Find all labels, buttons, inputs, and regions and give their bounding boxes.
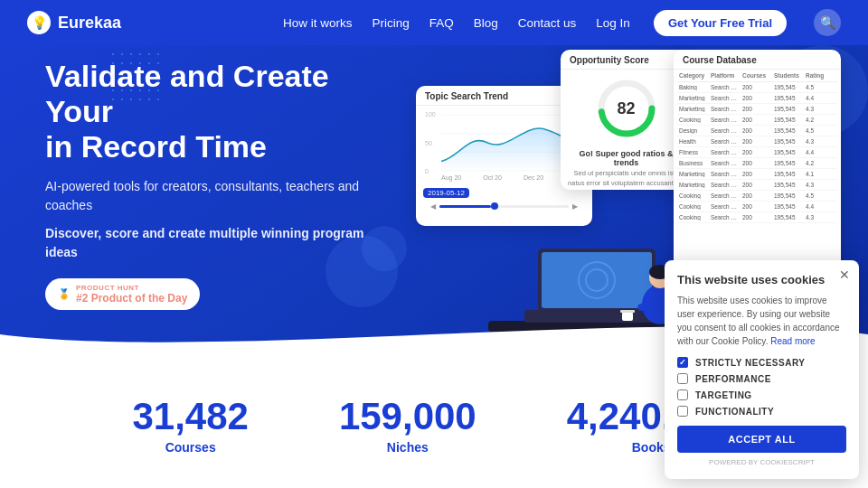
accept-all-button[interactable]: ACCEPT ALL — [677, 426, 846, 453]
logo[interactable]: 💡 Eurekaa — [27, 11, 121, 34]
logo-text: Eurekaa — [58, 14, 121, 33]
table-row: CookingSearch Blog200195,5454.5 — [677, 191, 837, 202]
search-icon[interactable]: 🔍 — [814, 9, 841, 36]
date-badge: 2019-05-12 — [423, 188, 469, 198]
db-card-title: Course Database — [674, 50, 841, 70]
nav-how-it-works[interactable]: How it works — [283, 16, 353, 30]
slider-label: ◀ — [430, 202, 436, 211]
table-row: DesignSearch Blog200195,5454.5 — [677, 126, 837, 136]
stat-niches-number: 159,000 — [339, 395, 476, 438]
table-row: MarketingSearch Blog200195,5454.3 — [677, 180, 837, 191]
cookie-option-necessary: STRICTLY NECESSARY — [677, 357, 846, 368]
cookie-option-necessary-label: STRICTLY NECESSARY — [695, 358, 805, 368]
table-row: BakingSearch Blog200195,5454.5 — [677, 82, 837, 93]
hero-headline: Validate and Create Your in Record Time — [45, 59, 389, 164]
table-header: Category Platform Courses Students Ratin… — [677, 70, 837, 82]
slider-fill — [439, 205, 491, 208]
stat-niches: 159,000 Niches — [339, 395, 476, 455]
powered-by-text: POWERED BY COOKIESCRIPT — [677, 458, 846, 466]
checkbox-necessary[interactable] — [677, 357, 688, 368]
donut-chart-area: 82 — [561, 70, 692, 144]
cookie-option-functionality-label: FUNCTIONALITY — [695, 407, 774, 417]
cookie-option-targeting-label: TARGETING — [695, 390, 752, 400]
hero-desc2: Discover, score and create multiple winn… — [45, 224, 389, 262]
checkbox-functionality[interactable] — [677, 406, 688, 417]
badge-label: PRODUCT HUNT — [76, 284, 187, 292]
header: 💡 Eurekaa How it works Pricing FAQ Blog … — [0, 0, 868, 45]
nav-faq[interactable]: FAQ — [429, 16, 454, 30]
opportunity-score-card: Opportunity Score 82 Go! Super good rati… — [561, 50, 692, 190]
checkbox-performance[interactable] — [677, 373, 688, 384]
cookie-option-functionality: FUNCTIONALITY — [677, 406, 846, 417]
nav-login[interactable]: Log In — [596, 16, 630, 30]
nav-contact[interactable]: Contact us — [518, 16, 577, 30]
y-axis-labels: 100 50 0 — [425, 111, 436, 174]
opp-headline: Go! Super good ratios & trends — [561, 144, 692, 169]
table-row: MarketingSearch Blog200195,5454.4 — [677, 93, 837, 104]
table-row: MarketingSearch Blog200195,5454.1 — [677, 169, 837, 180]
cookie-option-performance-label: PERFORMANCE — [695, 374, 771, 384]
svg-rect-9 — [542, 252, 652, 308]
table-row: FitnessSearch Blog200195,5454.4 — [677, 147, 837, 158]
table-row: BusinessSearch Blog200195,5454.2 — [677, 158, 837, 169]
checkbox-targeting[interactable] — [677, 389, 688, 400]
donut-chart: 82 — [595, 77, 658, 140]
cookie-title: This website uses cookies — [677, 273, 846, 286]
table-row: MarketingSearch Blog200195,5454.3 — [677, 104, 837, 115]
hero-desc1: AI-powered tools for creators, consultan… — [45, 177, 389, 215]
table-row: HealthSearch Blog200195,5454.3 — [677, 136, 837, 147]
cookie-option-performance: PERFORMANCE — [677, 373, 846, 384]
nav-pricing[interactable]: Pricing — [372, 16, 409, 30]
logo-icon: 💡 — [27, 11, 51, 34]
table-row: CookingSearch Blog200195,5454.2 — [677, 115, 837, 126]
opp-card-title: Opportunity Score — [561, 50, 692, 70]
stat-courses-number: 31,482 — [132, 395, 248, 438]
main-nav: How it works Pricing FAQ Blog Contact us… — [283, 9, 841, 36]
opp-description: Sed ut perspiciatis unde omnis iste natu… — [561, 169, 692, 190]
cookie-read-more-link[interactable]: Read more — [770, 336, 815, 346]
cookie-body: This website uses cookies to improve use… — [677, 294, 846, 348]
badge-rank: #2 Product of the Day — [76, 292, 187, 305]
stat-courses-label: Courses — [132, 440, 248, 455]
cookie-close-button[interactable]: ✕ — [839, 267, 850, 282]
nav-blog[interactable]: Blog — [474, 16, 498, 30]
get-trial-button[interactable]: Get Your Free Trial — [654, 10, 787, 36]
stat-courses: 31,482 Courses — [132, 395, 248, 455]
stat-niches-label: Niches — [339, 440, 476, 455]
donut-number: 82 — [617, 99, 635, 118]
product-hunt-badge[interactable]: 🏅 PRODUCT HUNT #2 Product of the Day — [45, 278, 200, 310]
cookie-option-targeting: TARGETING — [677, 389, 846, 400]
cookie-banner: ✕ This website uses cookies This website… — [665, 260, 859, 479]
hero-text: Validate and Create Your in Record Time … — [45, 59, 389, 310]
